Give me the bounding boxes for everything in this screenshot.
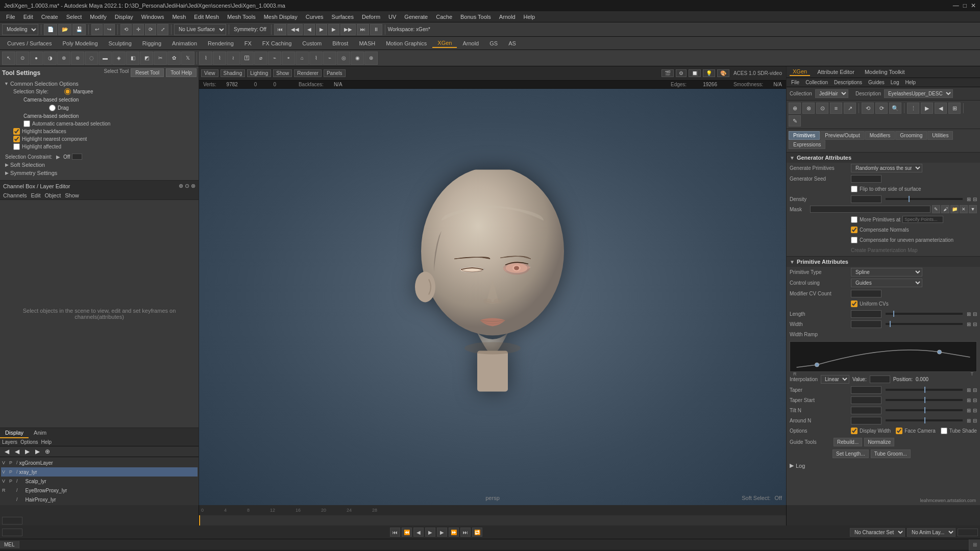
layer-vis-scalp[interactable]: V — [2, 479, 8, 484]
menu-windows[interactable]: Windows — [137, 13, 168, 21]
more-primitives-checkbox[interactable] — [851, 216, 857, 223]
le-next2-btn[interactable]: ▶ — [33, 447, 42, 456]
xgen-panel-btn[interactable]: XGen — [790, 68, 810, 76]
mask-input[interactable]: 2/paintmaps/EyelashesUpperDensity_mask — [810, 206, 930, 213]
soft-selection-item[interactable]: ▶ Soft Selection — [3, 161, 195, 169]
open-scene-btn[interactable]: 📂 — [58, 24, 71, 35]
around-n-expand-btn[interactable]: ⊞ — [967, 418, 971, 423]
xg-btn8[interactable]: 🔍 — [889, 103, 901, 114]
cb-object-menu[interactable]: Object — [44, 192, 61, 198]
prim-tab-utilities[interactable]: Utilities — [927, 131, 953, 140]
cat-xgen[interactable]: XGen — [432, 39, 457, 48]
outliner-btn1[interactable]: ⊕ — [179, 183, 183, 189]
xg-btn7[interactable]: ⟳ — [875, 103, 888, 114]
vp-lighting-menu[interactable]: Lighting — [247, 69, 271, 77]
timeline-cursor[interactable] — [199, 515, 200, 525]
tool-help-btn[interactable]: Tool Help — [166, 68, 197, 77]
xg-btn5[interactable]: ↗ — [844, 103, 856, 114]
taper-link-btn[interactable]: ⊟ — [973, 387, 977, 393]
tilt-n-expand-btn[interactable]: ⊞ — [967, 408, 971, 413]
cat-bifrost[interactable]: Bifrost — [327, 39, 353, 47]
hair8-icon-btn[interactable]: ⌂ — [296, 52, 309, 65]
transform-btn[interactable]: ⟲ — [120, 24, 132, 35]
auto-camera-checkbox[interactable] — [23, 120, 30, 127]
tube-groom-btn[interactable]: Tube Groom... — [871, 449, 911, 458]
smooth-icon-btn[interactable]: ◌ — [85, 52, 98, 65]
le-add-btn[interactable]: ⊕ — [43, 447, 52, 456]
cat-rendering[interactable]: Rendering — [203, 39, 239, 47]
xgen-tab-collection[interactable]: Collection — [803, 79, 830, 86]
cat-mash[interactable]: MASH — [354, 39, 380, 47]
cb-show-menu[interactable]: Show — [65, 192, 79, 198]
cat-custom[interactable]: Custom — [297, 39, 327, 47]
scrape-icon-btn[interactable]: ◧ — [126, 52, 139, 65]
vp-icon3-btn[interactable]: 🔲 — [689, 69, 701, 77]
xg-btn6[interactable]: ⟲ — [862, 103, 874, 114]
mask-paint-btn[interactable]: 🖌 — [941, 205, 949, 213]
menu-generate[interactable]: Generate — [400, 13, 432, 21]
range-start-input[interactable]: 0 — [2, 517, 22, 524]
common-section-item[interactable]: ▼ Common Selection Options — [3, 80, 195, 87]
menu-editmesh[interactable]: Edit Mesh — [190, 13, 223, 21]
pb-prev-frame-btn[interactable]: ◀ — [413, 528, 424, 537]
menu-modify[interactable]: Modify — [86, 13, 110, 21]
xgen-icon-btn[interactable]: 𝕏 — [181, 52, 194, 65]
modifier-cv-input[interactable]: 5 — [851, 290, 881, 297]
menu-select[interactable]: Select — [62, 13, 86, 21]
outliner-btn3[interactable]: ⊗ — [191, 183, 195, 189]
pb-to-end-btn[interactable]: ⏭ — [460, 528, 471, 537]
relax-icon-btn[interactable]: ⊕ — [57, 52, 70, 65]
xg-btn11[interactable]: ◀ — [935, 103, 947, 114]
cb-edit-menu[interactable]: Edit — [31, 192, 40, 198]
control-using-dropdown[interactable]: Guides — [851, 279, 922, 287]
layer-vis-xray[interactable]: V — [2, 469, 8, 474]
normalize-btn[interactable]: Normalize — [864, 438, 894, 446]
hair2-icon-btn[interactable]: ⌇ — [213, 52, 226, 65]
length-input[interactable]: 1.0000 — [851, 310, 881, 318]
prim-tab-modifiers[interactable]: Modifiers — [865, 131, 895, 140]
highlight-nearest-checkbox[interactable] — [13, 136, 20, 142]
compensate-normals-checkbox[interactable] — [851, 227, 857, 233]
around-n-slider-thumb[interactable] — [924, 417, 925, 423]
compensate-uneven-checkbox[interactable] — [851, 237, 857, 243]
hair1-icon-btn[interactable]: ⌇ — [199, 52, 212, 65]
hair13-icon-btn[interactable]: ⊛ — [364, 52, 378, 65]
le-help-menu[interactable]: Help — [41, 439, 52, 445]
xgen-tab-guides[interactable]: Guides — [866, 79, 887, 86]
value-input[interactable]: 0.829 — [870, 375, 890, 383]
mask-clear-btn[interactable]: ✕ — [960, 205, 968, 213]
menu-edit[interactable]: Edit — [19, 13, 37, 21]
outliner-btn2[interactable]: ⊙ — [185, 183, 189, 189]
le-next-btn[interactable]: ▶ — [22, 447, 32, 456]
cmd-input[interactable] — [19, 541, 969, 548]
redo-btn[interactable]: ↪ — [104, 24, 115, 35]
vp-show-menu[interactable]: Show — [273, 69, 292, 77]
pb-to-start-btn[interactable]: ⏮ — [390, 528, 400, 537]
xg-btn1[interactable]: ⊕ — [789, 103, 801, 114]
playback-start-input[interactable]: 0 — [2, 529, 22, 536]
width-link-btn[interactable]: ⊟ — [973, 321, 977, 327]
density-input[interactable]: 45.095 — [851, 195, 881, 203]
next-frame-btn[interactable]: ▶ — [328, 24, 339, 35]
taper-slider-thumb[interactable] — [924, 387, 925, 393]
reset-tool-btn[interactable]: Reset Tool — [131, 68, 164, 77]
grab-icon-btn[interactable]: ⊗ — [71, 52, 84, 65]
set-length-btn[interactable]: Set Length... — [832, 449, 869, 458]
cat-as[interactable]: AS — [503, 39, 521, 47]
play-btn[interactable]: ▶ — [316, 24, 327, 35]
rebuild-btn[interactable]: Rebuild... — [834, 438, 862, 446]
menu-surfaces[interactable]: Surfaces — [328, 13, 358, 21]
flatten-icon-btn[interactable]: ▬ — [99, 52, 112, 65]
hair3-icon-btn[interactable]: ≀ — [227, 52, 240, 65]
symmetry-settings-item[interactable]: ▶ Symmetry Settings — [3, 169, 195, 177]
generator-section-header[interactable]: ▼ Generator Attributes — [787, 152, 980, 163]
layer-row-eyebrow[interactable]: R / EyeBrowProxy_lyr — [1, 486, 198, 495]
rotate-btn[interactable]: ⟳ — [145, 24, 156, 35]
mask-folder-btn[interactable]: 📁 — [950, 205, 959, 213]
pb-next-frame-btn[interactable]: ▶ — [437, 528, 447, 537]
menu-bonustools[interactable]: Bonus Tools — [456, 13, 495, 21]
xg-btn10[interactable]: ▶ — [921, 103, 933, 114]
around-n-input[interactable]: 0.0000 — [851, 417, 881, 424]
pb-loop-btn[interactable]: 🔁 — [472, 528, 482, 537]
taper-start-input[interactable]: 0.0000 — [851, 396, 881, 404]
